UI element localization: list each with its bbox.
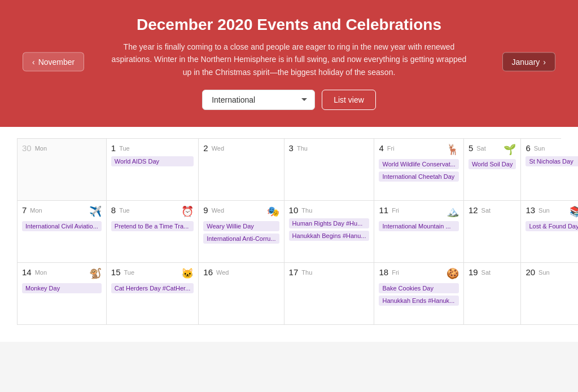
event-tag[interactable]: International Mountain ... — [379, 221, 458, 231]
day-icon: 🦌 — [446, 143, 459, 156]
day-number: 9 — [203, 205, 208, 215]
calendar-cell: 3Thu — [284, 139, 375, 201]
day-number: 19 — [468, 267, 478, 277]
day-number: 18 — [379, 267, 388, 277]
day-name: Wed — [216, 269, 229, 276]
day-icon: 🎭 — [267, 205, 279, 218]
day-number: 12 — [468, 205, 478, 215]
event-tag[interactable]: Lost & Found Day — [526, 221, 578, 231]
day-number: 3 — [289, 143, 294, 153]
day-number: 14 — [22, 267, 32, 277]
event-tag[interactable]: Weary Willie Day — [203, 221, 279, 231]
event-tag[interactable]: Cat Herders Day #CatHer... — [111, 283, 194, 293]
day-name: Fri — [392, 269, 399, 276]
calendar-cell: 30Mon — [17, 139, 107, 201]
calendar-cell: 14Mon🐒Monkey Day — [17, 263, 107, 325]
day-name: Wed — [212, 145, 224, 152]
calendar-cell: 4Fri🦌World Wildlife Conservat...Internat… — [374, 139, 463, 201]
event-tag[interactable]: World Wildlife Conservat... — [379, 159, 458, 169]
day-name: Fri — [387, 145, 395, 152]
calendar-cell: 19Sat — [464, 263, 522, 325]
day-name: Mon — [35, 145, 47, 152]
day-icon: 🍪 — [446, 267, 459, 280]
calendar-cell: 18Fri🍪Bake Cookies DayHanukkah Ends #Han… — [374, 263, 463, 325]
header-description: The year is finally coming to a close an… — [108, 41, 470, 78]
day-icon: 🐱 — [181, 267, 194, 280]
event-tag[interactable]: Hanukkah Ends #Hanuk... — [379, 296, 458, 306]
calendar-cell: 7Mon✈️International Civil Aviatio... — [17, 201, 107, 263]
day-icon: 📚 — [570, 205, 578, 218]
calendar-grid: 30Mon1TueWorld AIDS Day2Wed3Thu4Fri🦌Worl… — [17, 138, 561, 325]
day-name: Sun — [538, 207, 550, 214]
calendar-cell: 16Wed — [199, 263, 284, 325]
day-name: Sat — [481, 207, 491, 214]
day-number: 5 — [468, 143, 473, 153]
day-name: Thu — [301, 269, 312, 276]
event-tag[interactable]: World Soil Day — [468, 159, 516, 169]
day-icon: ⏰ — [181, 205, 194, 218]
day-name: Tue — [119, 207, 130, 214]
calendar-cell: 15Tue🐱Cat Herders Day #CatHer... — [107, 263, 199, 325]
event-tag[interactable]: Pretend to Be a Time Tra... — [111, 221, 194, 231]
day-name: Sun — [538, 269, 550, 276]
day-number: 7 — [22, 205, 27, 215]
day-name: Fri — [392, 207, 399, 214]
page-title: December 2020 Events and Celebrations — [23, 16, 555, 34]
day-number: 8 — [111, 205, 116, 215]
day-number: 13 — [526, 205, 535, 215]
event-tag[interactable]: World AIDS Day — [111, 156, 194, 166]
day-number: 20 — [526, 267, 535, 277]
calendar-cell: 11Fri🏔️International Mountain ... — [374, 201, 463, 263]
day-icon: ✈️ — [89, 205, 102, 218]
day-name: Wed — [212, 207, 224, 214]
prev-month-button[interactable]: ‹ November — [23, 52, 84, 71]
day-number: 15 — [111, 267, 121, 277]
calendar-cell: 2Wed — [199, 139, 284, 201]
day-number: 2 — [203, 143, 208, 153]
day-name: Thu — [301, 207, 312, 214]
day-name: Sat — [476, 145, 486, 152]
event-tag[interactable]: Human Rights Day #Hu... — [289, 218, 370, 228]
chevron-left-icon: ‹ — [32, 57, 35, 66]
day-number: 10 — [289, 205, 299, 215]
calendar-cell: 20Sun — [521, 263, 578, 325]
day-name: Mon — [35, 269, 47, 276]
calendar-cell: 10ThuHuman Rights Day #Hu...Hanukkah Beg… — [284, 201, 375, 263]
calendar-cell: 12Sat — [464, 201, 522, 263]
event-tag[interactable]: Hanukkah Begins #Hanu... — [289, 231, 370, 241]
day-name: Sat — [481, 269, 491, 276]
day-name: Tue — [124, 269, 135, 276]
day-number: 1 — [111, 143, 116, 153]
day-icon: 🌱 — [503, 143, 516, 156]
calendar-cell: 9Wed🎭Weary Willie DayInternational Anti-… — [199, 201, 284, 263]
day-number: 30 — [22, 143, 32, 153]
day-name: Tue — [119, 145, 130, 152]
region-dropdown[interactable]: InternationalUnited StatesUnited Kingdom… — [202, 90, 315, 110]
event-tag[interactable]: International Anti-Corru... — [203, 234, 279, 244]
next-month-button[interactable]: January › — [502, 52, 555, 71]
calendar-cell: 13Sun📚Lost & Found Day — [521, 201, 578, 263]
calendar-cell: 6SunSt Nicholas Day — [521, 139, 578, 201]
list-view-button[interactable]: List view — [322, 90, 376, 110]
event-tag[interactable]: Bake Cookies Day — [379, 283, 458, 293]
calendar-cell: 1TueWorld AIDS Day — [107, 139, 199, 201]
event-tag[interactable]: International Civil Aviatio... — [22, 221, 102, 231]
day-name: Mon — [30, 207, 42, 214]
calendar-container: 30Mon1TueWorld AIDS Day2Wed3Thu4Fri🦌Worl… — [0, 127, 578, 342]
day-icon: 🐒 — [89, 267, 102, 280]
day-name: Thu — [297, 145, 308, 152]
page-header: ‹ November December 2020 Events and Cele… — [0, 0, 578, 127]
calendar-cell: 8Tue⏰Pretend to Be a Time Tra... — [107, 201, 199, 263]
day-number: 16 — [203, 267, 213, 277]
chevron-right-icon: › — [543, 57, 546, 66]
day-number: 6 — [526, 143, 530, 153]
day-number: 11 — [379, 205, 388, 215]
day-name: Sun — [534, 145, 545, 152]
day-number: 17 — [289, 267, 299, 277]
event-tag[interactable]: International Cheetah Day — [379, 171, 458, 182]
day-icon: 🏔️ — [446, 205, 459, 218]
calendar-cell: 17Thu — [284, 263, 375, 325]
event-tag[interactable]: St Nicholas Day — [526, 156, 578, 166]
day-number: 4 — [379, 143, 383, 153]
event-tag[interactable]: Monkey Day — [22, 283, 102, 293]
